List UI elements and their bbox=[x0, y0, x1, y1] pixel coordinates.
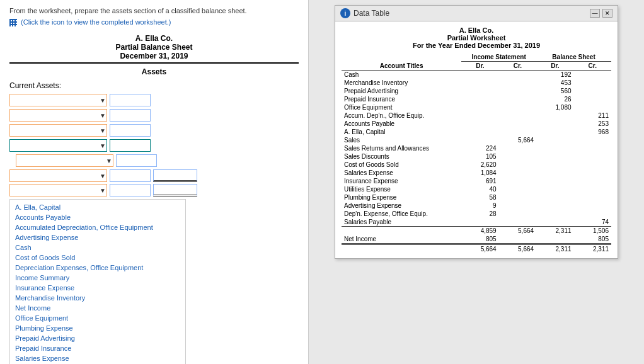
list-item-advertising-expense[interactable]: Advertising Expense bbox=[10, 232, 185, 242]
list-item-ella-capital[interactable]: A. Ella, Capital bbox=[10, 202, 185, 212]
minimize-button[interactable]: — bbox=[590, 9, 600, 18]
asset-select-7[interactable] bbox=[9, 184, 107, 196]
asset-row-2: ▼ bbox=[9, 109, 299, 122]
data-table-window: i Data Table — ✕ A. Ella Co. Partial Wor… bbox=[335, 5, 618, 259]
dropdown-container-5: ▼ bbox=[16, 154, 113, 167]
account-cell: Accounts Payable bbox=[342, 120, 461, 128]
account-cell: Office Equipment bbox=[342, 103, 461, 111]
is-cr-cell bbox=[499, 210, 536, 218]
asset-select-2[interactable] bbox=[9, 109, 107, 122]
bs-dr-cell bbox=[536, 144, 573, 152]
asset-select-1[interactable] bbox=[9, 94, 107, 106]
is-cr-cell bbox=[499, 177, 536, 185]
bs-dr-cell bbox=[536, 210, 573, 218]
list-item-prepaid-advertising[interactable]: Prepaid Advertising bbox=[10, 333, 185, 343]
table-row: Plumbing Expense58 bbox=[342, 193, 611, 202]
is-dr-cell bbox=[461, 136, 498, 144]
amount-input-3[interactable] bbox=[110, 124, 151, 137]
amount-input-7b[interactable] bbox=[153, 184, 197, 196]
bs-dr-cell bbox=[536, 120, 573, 128]
asset-select-4[interactable] bbox=[9, 139, 107, 152]
is-dr-cell: 805 bbox=[461, 235, 498, 244]
amount-input-2[interactable] bbox=[110, 109, 151, 122]
bs-dr-cell: 2,311 bbox=[536, 227, 573, 236]
bs-cr-cell: 74 bbox=[574, 218, 611, 227]
asset-select-5[interactable] bbox=[16, 154, 113, 167]
list-item-insurance-expense[interactable]: Insurance Expense bbox=[10, 283, 185, 293]
list-item-salaries-expense[interactable]: Salaries Expense bbox=[10, 353, 185, 363]
list-item-net-income[interactable]: Net Income bbox=[10, 303, 185, 313]
list-item-accum-dep[interactable]: Accumulated Depreciation, Office Equipme… bbox=[10, 222, 185, 232]
bs-cr-cell bbox=[574, 79, 611, 87]
account-cell: Salaries Payable bbox=[342, 218, 461, 227]
data-table-content: A. Ella Co. Partial Worksheet For the Ye… bbox=[335, 21, 618, 258]
is-dr-cell: 28 bbox=[461, 210, 498, 218]
is-cr-cell bbox=[499, 235, 536, 244]
bs-dr-cell: 192 bbox=[536, 71, 573, 79]
is-dr-cell: 4,859 bbox=[461, 227, 498, 236]
account-cell: Prepaid Insurance bbox=[342, 95, 461, 103]
account-cell: Cost of Goods Sold bbox=[342, 161, 461, 169]
table-row: Sales5,664 bbox=[342, 136, 611, 144]
account-cell: Accum. Dep'n., Office Equip. bbox=[342, 111, 461, 120]
list-item-prepaid-insurance[interactable]: Prepaid Insurance bbox=[10, 343, 185, 353]
is-dr-cell bbox=[461, 103, 498, 111]
window-title-text: Data Table bbox=[354, 9, 389, 18]
bs-cr-cell bbox=[574, 169, 611, 177]
amount-input-7a[interactable] bbox=[110, 184, 151, 196]
close-button[interactable]: ✕ bbox=[602, 9, 612, 18]
list-item-cash[interactable]: Cash bbox=[10, 242, 185, 253]
dt-date: For the Year Ended December 31, 2019 bbox=[342, 42, 611, 49]
bs-cr-cell: 805 bbox=[574, 235, 611, 244]
income-statement-header: Income Statement bbox=[461, 53, 536, 62]
list-item-dep-expense[interactable]: Depreciation Expenses, Office Equipment bbox=[10, 263, 185, 273]
bs-dr-cell: 560 bbox=[536, 87, 573, 95]
asset-select-6[interactable] bbox=[9, 169, 107, 182]
is-dr-cell: 224 bbox=[461, 144, 498, 152]
list-item-plumbing-expense[interactable]: Plumbing Expense bbox=[10, 323, 185, 333]
worksheet-link[interactable]: (Click the icon to view the completed wo… bbox=[9, 18, 299, 26]
is-cr-cell bbox=[499, 202, 536, 210]
dt-company-name: A. Ella Co. bbox=[342, 26, 611, 34]
worksheet-link-text: (Click the icon to view the completed wo… bbox=[21, 18, 171, 26]
bs-cr-cell: 2,311 bbox=[574, 244, 611, 254]
amount-input-6b[interactable] bbox=[153, 169, 197, 182]
bs-dr-cell bbox=[536, 161, 573, 169]
asset-row-4: ▼ bbox=[9, 139, 299, 152]
amount-input-6a[interactable] bbox=[110, 169, 151, 182]
is-cr-cell bbox=[499, 161, 536, 169]
bs-cr-cell bbox=[574, 71, 611, 79]
bs-dr-cell bbox=[536, 235, 573, 244]
bs-cr-cell bbox=[574, 193, 611, 202]
info-icon: i bbox=[340, 8, 350, 18]
bs-dr-cell bbox=[536, 177, 573, 185]
right-panel: i Data Table — ✕ A. Ella Co. Partial Wor… bbox=[309, 0, 644, 364]
table-row: Sales Returns and Allowances224 bbox=[342, 144, 611, 152]
table-row: Dep'n. Expense, Office Equip.28 bbox=[342, 210, 611, 218]
is-cr-cell bbox=[499, 144, 536, 152]
is-cr-cell bbox=[499, 185, 536, 193]
is-dr-cell bbox=[461, 71, 498, 79]
list-item-office-equipment[interactable]: Office Equipment bbox=[10, 313, 185, 323]
is-dr-cell bbox=[461, 120, 498, 128]
amount-input-5a[interactable] bbox=[116, 154, 157, 167]
window-controls: — ✕ bbox=[590, 9, 612, 18]
amount-input-1[interactable] bbox=[110, 94, 151, 106]
account-cell bbox=[342, 244, 461, 254]
dt-subtitle: Partial Worksheet bbox=[342, 34, 611, 42]
table-row: Cash192 bbox=[342, 71, 611, 79]
section-label: Assets bbox=[9, 67, 299, 76]
bs-dr-cell: 1,080 bbox=[536, 103, 573, 111]
asset-select-3[interactable] bbox=[9, 124, 107, 137]
list-item-income-summary[interactable]: Income Summary bbox=[10, 273, 185, 283]
list-item-merchandise-inventory[interactable]: Merchandise Inventory bbox=[10, 293, 185, 303]
list-item-accounts-payable[interactable]: Accounts Payable bbox=[10, 212, 185, 222]
list-item-cogs[interactable]: Cost of Goods Sold bbox=[10, 253, 185, 263]
bs-dr-cell bbox=[536, 185, 573, 193]
amount-input-4[interactable] bbox=[110, 139, 151, 152]
bs-cr-cell bbox=[574, 161, 611, 169]
window-title-left: i Data Table bbox=[340, 8, 389, 18]
account-cell: Sales Returns and Allowances bbox=[342, 144, 461, 152]
table-row: Sales Discounts105 bbox=[342, 152, 611, 161]
asset-row-6: ▼ bbox=[9, 169, 299, 182]
